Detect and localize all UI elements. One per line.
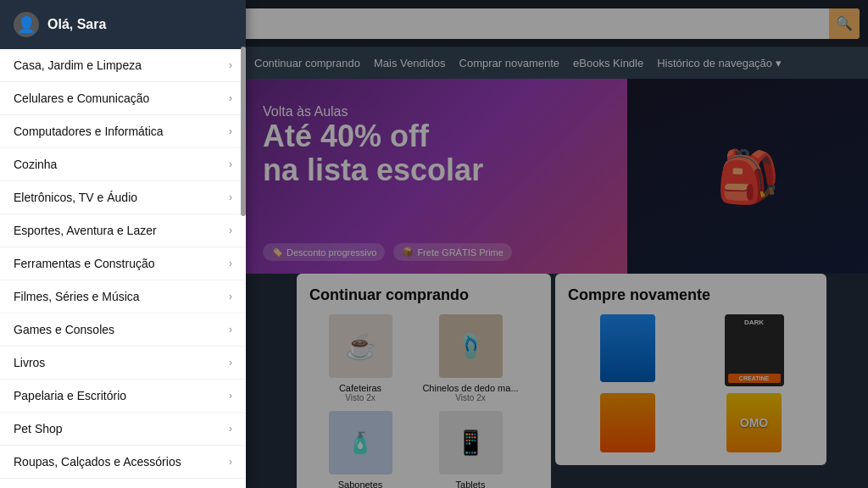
sidebar-greeting: Olá, Sara	[47, 17, 106, 32]
chevron-right-icon: ›	[229, 225, 232, 236]
chevron-right-icon: ›	[229, 456, 232, 468]
sidebar-item-livros[interactable]: Livros ›	[0, 347, 246, 380]
sidebar-item-esportes[interactable]: Esportes, Aventura e Lazer ›	[0, 214, 246, 247]
sidebar-item-label: Games e Consoles	[14, 323, 114, 336]
sidebar-item-casa[interactable]: Casa, Jardim e Limpeza ›	[0, 49, 246, 82]
sidebar-item-label: Eletrônicos, TV e Áudio	[14, 191, 137, 204]
chevron-right-icon: ›	[229, 258, 232, 269]
sidebar-item-games[interactable]: Games e Consoles ›	[0, 313, 246, 347]
chevron-right-icon: ›	[229, 357, 232, 369]
sidebar-item-papelaria[interactable]: Papelaria e Escritório ← ›	[0, 380, 246, 413]
sidebar-item-filmes[interactable]: Filmes, Séries e Música ›	[0, 280, 246, 313]
sidebar-item-eletronicos[interactable]: Eletrônicos, TV e Áudio ›	[0, 181, 246, 214]
sidebar-header: 👤 Olá, Sara	[0, 0, 246, 49]
chevron-right-icon: ›	[229, 423, 232, 435]
chevron-right-icon: ›	[229, 158, 232, 170]
sidebar-item-label: Ferramentas e Construção	[14, 257, 155, 270]
sidebar-item-label: Casa, Jardim e Limpeza	[14, 58, 142, 72]
sidebar-item-roupas[interactable]: Roupas, Calçados e Acessórios ›	[0, 446, 246, 479]
sidebar-item-ferramentas[interactable]: Ferramentas e Construção ›	[0, 247, 246, 280]
sidebar-item-petshop[interactable]: Pet Shop ›	[0, 413, 246, 446]
chevron-right-icon: ›	[229, 125, 232, 137]
user-avatar: 👤	[14, 12, 39, 37]
chevron-right-icon: ›	[229, 191, 232, 203]
chevron-right-icon: ›	[229, 390, 232, 402]
sidebar: 👤 Olá, Sara Casa, Jardim e Limpeza › Cel…	[0, 0, 246, 488]
sidebar-item-label: Esportes, Aventura e Lazer	[14, 224, 157, 237]
dim-overlay[interactable]	[246, 0, 868, 488]
sidebar-item-label: Filmes, Séries e Música	[14, 290, 140, 303]
sidebar-item-label: Computadores e Informática	[14, 125, 164, 138]
sidebar-scrollbar[interactable]	[241, 47, 246, 216]
chevron-right-icon: ›	[229, 59, 232, 71]
chevron-right-icon: ›	[229, 324, 232, 336]
sidebar-item-celulares[interactable]: Celulares e Comunicação ›	[0, 82, 246, 115]
sidebar-item-label: Pet Shop	[14, 422, 63, 435]
chevron-right-icon: ›	[229, 291, 232, 302]
sidebar-item-label: Celulares e Comunicação	[14, 92, 149, 105]
sidebar-item-computadores[interactable]: Computadores e Informática ›	[0, 115, 246, 148]
chevron-right-icon: ›	[229, 92, 232, 104]
sidebar-item-label: Livros	[14, 356, 45, 369]
sidebar-item-label: Roupas, Calçados e Acessórios	[14, 455, 181, 469]
sidebar-item-label: Cozinha	[14, 158, 57, 171]
sidebar-item-label: Papelaria e Escritório	[14, 389, 126, 402]
sidebar-item-cozinha[interactable]: Cozinha ›	[0, 148, 246, 181]
avatar-icon: 👤	[17, 15, 36, 34]
see-less-button[interactable]: ver menos ∧	[0, 479, 246, 488]
